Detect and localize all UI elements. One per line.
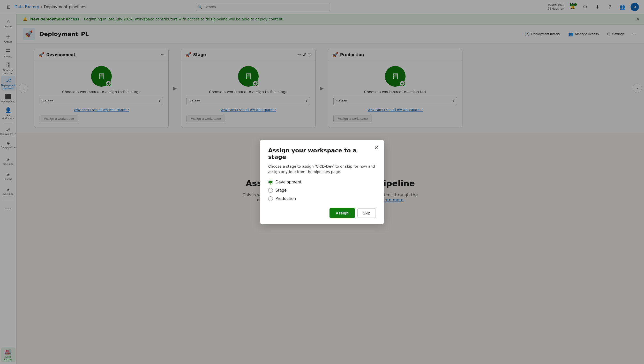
close-icon: ✕: [374, 145, 379, 151]
radio-label-stage[interactable]: Stage: [275, 188, 287, 193]
stage-radio-group: Development Stage Production: [268, 180, 376, 201]
radio-label-development[interactable]: Development: [275, 180, 302, 184]
assign-button[interactable]: Assign: [330, 208, 355, 218]
dialog-close-button[interactable]: ✕: [373, 144, 380, 151]
radio-option-stage[interactable]: Stage: [268, 188, 376, 193]
radio-stage[interactable]: [268, 188, 273, 193]
dialog-description: Choose a stage to assign 'CICD-Dev' to o…: [268, 164, 376, 175]
assign-workspace-dialog: Assign your workspace to a stage ✕ Choos…: [260, 140, 384, 224]
radio-label-production[interactable]: Production: [275, 196, 296, 201]
radio-production[interactable]: [268, 196, 273, 201]
dialog-actions: Assign Skip: [268, 208, 376, 218]
dialog-title: Assign your workspace to a stage: [268, 147, 376, 160]
radio-development[interactable]: [268, 180, 273, 184]
radio-option-production[interactable]: Production: [268, 196, 376, 201]
radio-option-development[interactable]: Development: [268, 180, 376, 184]
skip-button[interactable]: Skip: [357, 208, 376, 218]
modal-overlay[interactable]: Assign your workspace to a stage ✕ Choos…: [0, 0, 644, 364]
